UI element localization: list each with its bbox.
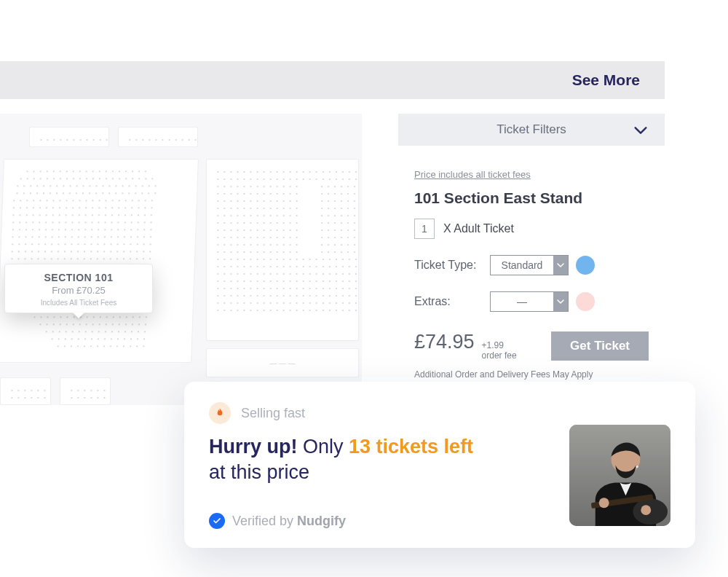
see-more-link[interactable]: See More (572, 71, 640, 89)
ticket-filters-toggle[interactable]: Ticket Filters (398, 114, 665, 146)
additional-fees-note: Additional Order and Delivery Fees May A… (414, 369, 649, 380)
seat-map[interactable]: • • • • • • • • • • • • • • • • • • • • … (0, 114, 362, 405)
ticket-type-select[interactable]: Standard (490, 255, 569, 275)
chevron-down-icon (553, 292, 568, 311)
svg-point-3 (633, 460, 639, 466)
svg-point-7 (599, 498, 609, 508)
section-title: 101 Section East Stand (414, 189, 649, 207)
order-fee-amount: +1.99 (482, 340, 517, 350)
artist-thumbnail (569, 425, 670, 526)
seat-block[interactable]: • • • • • • • • • • • • • • • • • • • • … (0, 159, 199, 363)
verified-check-icon (209, 513, 225, 529)
color-swatch-ticket-type (576, 256, 595, 275)
seat-block[interactable]: • • • • • • • • • • • • • • • • • • • • … (118, 127, 198, 147)
ticket-price: £74.95 (414, 331, 475, 353)
svg-point-4 (636, 466, 638, 468)
chevron-down-icon (633, 122, 649, 142)
tooltip-includes: Includes All Ticket Fees (14, 299, 143, 307)
extras-label: Extras: (414, 295, 483, 308)
urgency-headline: Hurry up! Only 13 tickets left at this p… (209, 434, 473, 485)
seat-block[interactable]: • • • • • • • • • • • • • • • • • • (60, 377, 111, 405)
color-swatch-extras (576, 292, 595, 311)
extras-value: — (491, 296, 553, 307)
quantity-stepper[interactable]: 1 (414, 219, 435, 239)
flame-icon (209, 402, 231, 424)
urgency-notification: Selling fast Hurry up! Only 13 tickets l… (184, 382, 695, 548)
seat-block[interactable]: • • • • • • • • • • • • • • • • • • • • … (206, 159, 359, 341)
get-ticket-button[interactable]: Get Ticket (551, 331, 649, 361)
selling-fast-tag: Selling fast (241, 406, 305, 421)
extras-select[interactable]: — (490, 291, 569, 312)
tooltip-title: SECTION 101 (14, 272, 143, 283)
ticket-sidebar: Ticket Filters Price includes all ticket… (398, 114, 665, 401)
section-tooltip: SECTION 101 From £70.25 Includes All Tic… (4, 264, 153, 313)
svg-point-8 (641, 505, 651, 515)
adult-ticket-label: X Adult Ticket (443, 222, 514, 235)
seat-block[interactable]: — — — (206, 348, 359, 377)
ticket-type-label: Ticket Type: (414, 259, 483, 272)
fees-note-link[interactable]: Price includes all ticket fees (414, 169, 531, 180)
tooltip-price: From £70.25 (14, 285, 143, 296)
top-bar: See More (0, 61, 665, 99)
ticket-type-value: Standard (491, 259, 553, 271)
order-fee-label: order fee (482, 350, 517, 361)
verified-by-text: Verified by Nudgify (232, 514, 346, 529)
seat-block[interactable]: • • • • • • • • • • • • • • • • • • • • … (29, 127, 109, 147)
chevron-down-icon (553, 256, 568, 275)
filters-label: Ticket Filters (496, 122, 566, 137)
seat-block[interactable]: • • • • • • • • • • • • • • • • • • (0, 377, 51, 405)
